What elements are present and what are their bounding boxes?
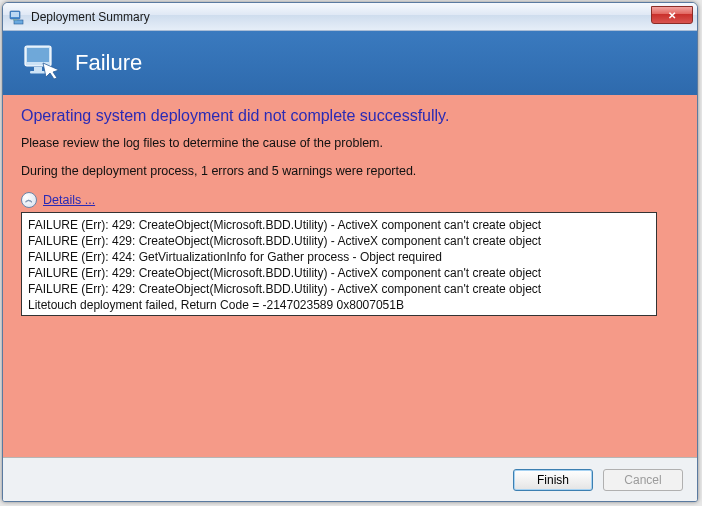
banner-title: Failure [75, 50, 142, 76]
svg-rect-7 [30, 71, 46, 74]
log-line: FAILURE (Err): 429: CreateObject(Microso… [28, 217, 650, 233]
svg-rect-2 [14, 20, 23, 24]
banner: Failure [3, 31, 697, 95]
log-output: FAILURE (Err): 429: CreateObject(Microso… [21, 212, 657, 316]
window-title: Deployment Summary [31, 10, 150, 24]
svg-rect-6 [34, 67, 42, 71]
cancel-button[interactable]: Cancel [603, 469, 683, 491]
log-line: FAILURE (Err): 429: CreateObject(Microso… [28, 233, 650, 249]
close-button[interactable]: ✕ [651, 6, 693, 24]
svg-rect-3 [13, 19, 17, 21]
monitor-icon [21, 41, 61, 85]
log-line: FAILURE (Err): 429: CreateObject(Microso… [28, 265, 650, 281]
dialog-window: Deployment Summary ✕ Failure Operating s… [2, 2, 698, 502]
footer: Finish Cancel [3, 457, 697, 501]
content-area: Operating system deployment did not comp… [3, 95, 697, 457]
collapse-toggle[interactable]: ︽ [21, 192, 37, 208]
app-icon [9, 9, 25, 25]
details-link[interactable]: Details ... [43, 193, 95, 207]
log-line: Litetouch deployment failed, Return Code… [28, 297, 650, 313]
headline: Operating system deployment did not comp… [21, 107, 679, 125]
close-icon: ✕ [668, 10, 676, 21]
svg-rect-5 [27, 48, 49, 62]
finish-button[interactable]: Finish [513, 469, 593, 491]
chevron-up-icon: ︽ [25, 196, 33, 204]
log-line: FAILURE (Err): 429: CreateObject(Microso… [28, 281, 650, 297]
titlebar: Deployment Summary ✕ [3, 3, 697, 31]
summary-text: During the deployment process, 1 errors … [21, 163, 679, 179]
log-line: FAILURE (Err): 424: GetVirtualizationInf… [28, 249, 650, 265]
instruction-text: Please review the log files to determine… [21, 135, 679, 151]
svg-rect-1 [11, 12, 19, 17]
